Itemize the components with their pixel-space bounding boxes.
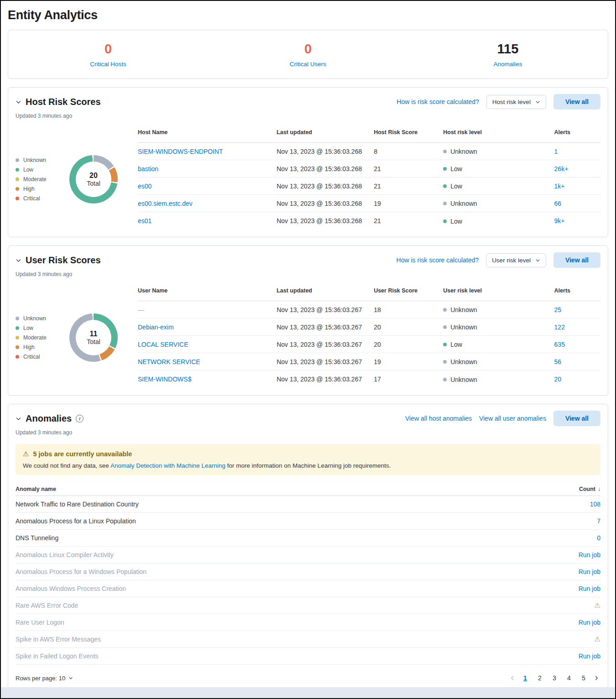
kpi-summary-bar: 0 Critical Hosts 0 Critical Users 115 An… bbox=[8, 30, 608, 79]
user-name-link[interactable]: LOCAL SERVICE bbox=[138, 341, 188, 348]
legend-item-high[interactable]: High bbox=[16, 344, 69, 350]
alerts-count-link[interactable]: 56 bbox=[554, 358, 562, 365]
view-all-host-anomalies-link[interactable]: View all host anomalies bbox=[405, 415, 472, 422]
anomalies-value: 115 bbox=[408, 42, 608, 57]
low-dot-icon bbox=[16, 168, 19, 172]
col-host-risk-score: Host Risk Score bbox=[374, 129, 443, 136]
run-job-link[interactable]: Run job bbox=[579, 619, 600, 626]
anomaly-count-link[interactable]: 108 bbox=[590, 501, 600, 508]
table-row: Debian-exim Nov 13, 2023 @ 15:36:03.267 … bbox=[138, 318, 600, 336]
table-row: Anomalous Windows Process Creation Run j… bbox=[16, 580, 600, 597]
table-row: DNS Tunneling 0 bbox=[16, 530, 600, 547]
host-risk-view-all-button[interactable]: View all bbox=[553, 94, 600, 110]
info-icon[interactable]: i bbox=[76, 415, 84, 423]
risk-level-dot-icon bbox=[443, 202, 447, 205]
user-risk-level-filter[interactable]: User risk level bbox=[486, 253, 546, 267]
run-job-link[interactable]: Run job bbox=[579, 551, 600, 558]
page-button-5[interactable]: 5 bbox=[578, 672, 590, 684]
warning-icon: ⚠ bbox=[595, 635, 600, 643]
host-name-link[interactable]: SIEM-WINDOWS-ENDPOINT bbox=[138, 148, 223, 155]
chevron-down-icon[interactable] bbox=[16, 416, 21, 422]
alerts-count-link[interactable]: 122 bbox=[554, 323, 565, 331]
host-name-link[interactable]: es01 bbox=[138, 217, 151, 224]
alerts-count-link[interactable]: 1 bbox=[554, 148, 558, 155]
table-row: Spike in AWS Error Messages ⚠ bbox=[16, 631, 600, 648]
chevron-down-icon[interactable] bbox=[16, 99, 21, 105]
alerts-count-link[interactable]: 66 bbox=[554, 200, 562, 207]
user-name-link[interactable]: NETWORK SERVICE bbox=[138, 358, 200, 365]
user-risk-how-link[interactable]: How is risk score calculated? bbox=[397, 256, 479, 264]
legend-item-high[interactable]: High bbox=[16, 186, 69, 192]
user-risk-donut-panel: Unknown Low Moderate High Critical 11 To… bbox=[16, 287, 138, 388]
host-risk-donut-chart: 20 Total bbox=[69, 155, 118, 203]
run-job-link[interactable]: Run job bbox=[579, 585, 600, 592]
legend-item-unknown[interactable]: Unknown bbox=[16, 315, 69, 322]
anomalies-title: Anomalies bbox=[26, 413, 72, 424]
run-job-link[interactable]: Run job bbox=[579, 652, 600, 660]
page-button-2[interactable]: 2 bbox=[534, 672, 546, 684]
anomalies-link[interactable]: Anomalies bbox=[408, 61, 608, 68]
legend-item-low[interactable]: Low bbox=[16, 167, 69, 173]
critical-hosts-value: 0 bbox=[8, 42, 208, 57]
page-button-3[interactable]: 3 bbox=[548, 672, 560, 684]
low-dot-icon bbox=[16, 326, 19, 330]
critical-dot-icon bbox=[16, 197, 19, 200]
host-table-header: Host Name Last updated Host Risk Score H… bbox=[138, 129, 600, 143]
table-row: bastion Nov 13, 2023 @ 15:36:03.268 21 L… bbox=[138, 160, 600, 177]
alerts-count-link[interactable]: 1k+ bbox=[554, 183, 565, 190]
risk-level-dot-icon bbox=[443, 325, 447, 329]
alerts-count-link[interactable]: 26k+ bbox=[554, 165, 569, 172]
table-row: es01 Nov 13, 2023 @ 15:36:03.268 21 Low … bbox=[138, 212, 600, 230]
alerts-count-link[interactable]: 20 bbox=[554, 376, 562, 383]
user-name-link[interactable]: SIEM-WINDOWS$ bbox=[138, 376, 191, 383]
previous-page-icon[interactable] bbox=[508, 675, 517, 681]
host-risk-level-filter[interactable]: Host risk level bbox=[486, 95, 546, 109]
user-risk-scores-section: User Risk Scores How is risk score calcu… bbox=[8, 245, 608, 396]
user-name-empty: — bbox=[138, 306, 144, 313]
page-title: Entity Analytics bbox=[8, 6, 608, 30]
user-risk-donut-chart: 11 Total bbox=[69, 313, 118, 362]
col-host-risk-level: Host risk level bbox=[443, 129, 554, 136]
chevron-down-icon bbox=[535, 258, 540, 263]
moderate-dot-icon bbox=[16, 336, 19, 339]
page-button-1[interactable]: 1 bbox=[519, 672, 531, 684]
anomalies-table: Anomaly name Count↓ Network Traffic to R… bbox=[16, 482, 600, 665]
critical-users-link[interactable]: Critical Users bbox=[208, 61, 408, 68]
legend-item-low[interactable]: Low bbox=[16, 325, 69, 331]
table-row: NETWORK SERVICE Nov 13, 2023 @ 15:36:03.… bbox=[138, 353, 600, 370]
alerts-count-link[interactable]: 25 bbox=[554, 306, 562, 313]
next-page-icon[interactable] bbox=[592, 675, 600, 681]
user-risk-view-all-button[interactable]: View all bbox=[553, 252, 600, 268]
host-name-link[interactable]: es00 bbox=[138, 183, 151, 190]
chevron-down-icon bbox=[68, 676, 73, 680]
run-job-link[interactable]: Run job bbox=[579, 568, 600, 575]
risk-level-dot-icon bbox=[443, 150, 447, 153]
host-name-link[interactable]: bastion bbox=[138, 165, 158, 172]
alerts-count-link[interactable]: 9k+ bbox=[554, 217, 565, 224]
anomaly-count-link[interactable]: 7 bbox=[597, 517, 600, 525]
legend-item-critical[interactable]: Critical bbox=[16, 195, 69, 202]
page-button-4[interactable]: 4 bbox=[563, 672, 575, 684]
col-count[interactable]: Count↓ bbox=[579, 486, 600, 492]
risk-level-dot-icon bbox=[443, 167, 447, 171]
legend-item-critical[interactable]: Critical bbox=[16, 354, 69, 360]
critical-hosts-link[interactable]: Critical Hosts bbox=[8, 61, 208, 68]
view-all-user-anomalies-link[interactable]: View all user anomalies bbox=[479, 415, 546, 422]
ml-docs-link[interactable]: Anomaly Detection with Machine Learning bbox=[110, 462, 225, 469]
host-risk-how-link[interactable]: How is risk score calculated? bbox=[397, 98, 479, 105]
rows-per-page-selector[interactable]: Rows per page: 10 bbox=[16, 675, 73, 682]
anomalies-view-all-button[interactable]: View all bbox=[553, 411, 600, 426]
host-risk-legend: Unknown Low Moderate High Critical bbox=[16, 154, 69, 205]
host-risk-scores-section: Host Risk Scores How is risk score calcu… bbox=[8, 87, 608, 237]
legend-item-moderate[interactable]: Moderate bbox=[16, 334, 69, 341]
user-name-link[interactable]: Debian-exim bbox=[138, 323, 174, 331]
legend-item-moderate[interactable]: Moderate bbox=[16, 176, 69, 183]
host-name-link[interactable]: es00.siem.estc.dev bbox=[138, 200, 193, 207]
kpi-anomalies: 115 Anomalies bbox=[408, 42, 608, 68]
col-alerts: Alerts bbox=[554, 287, 600, 294]
chevron-down-icon[interactable] bbox=[16, 257, 21, 263]
alerts-count-link[interactable]: 635 bbox=[554, 341, 565, 348]
legend-item-unknown[interactable]: Unknown bbox=[16, 157, 69, 163]
user-risk-updated-text: Updated 3 minutes ago bbox=[16, 271, 600, 277]
anomaly-count-link[interactable]: 0 bbox=[597, 534, 600, 542]
